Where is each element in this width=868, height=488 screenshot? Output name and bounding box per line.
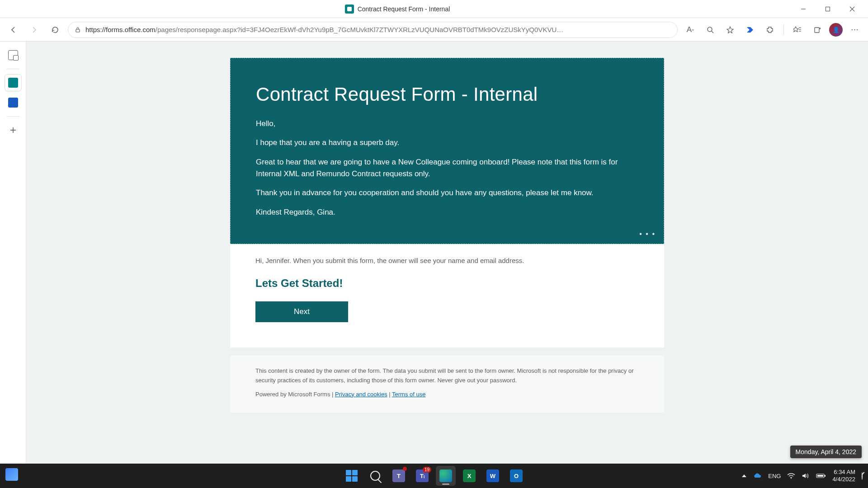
form-footer: This content is created by the owner of … [230,356,664,413]
clock[interactable]: 6:34 AM 4/4/2022 [832,469,855,483]
language-indicator[interactable]: ENG [768,473,781,479]
url-text: https://forms.office.com/pages/responsep… [85,26,563,33]
more-menu-button[interactable]: ⋯ [846,22,863,38]
power-automate-icon[interactable] [742,22,758,38]
toolbar-divider [783,24,784,35]
window-controls [791,0,864,18]
teams-app-button[interactable]: Tᵢ 19 [412,466,432,486]
word-button[interactable]: W [483,466,503,486]
form-title: Contract Request Form - Internal [256,84,638,105]
terms-link[interactable]: Terms of use [392,391,425,398]
form-signoff: Kindest Regards, Gina. [256,206,638,218]
focus-assist-icon[interactable] [862,473,863,479]
forms-icon [8,78,18,88]
tab-word[interactable] [5,94,21,111]
refresh-button[interactable] [47,22,63,38]
taskbar: T Tᵢ 19 X W O ENG 6:34 AM 4/4/2022 [0,464,868,488]
zoom-icon[interactable] [702,22,718,38]
edge-button[interactable] [436,466,456,486]
onedrive-icon[interactable] [753,473,762,479]
form-intro-line2: Great to hear that we are going to have … [256,156,638,180]
section-heading: Lets Get Started! [255,277,639,290]
svg-rect-10 [815,28,819,33]
collections-icon[interactable] [809,22,826,38]
start-button[interactable] [342,466,362,486]
excel-icon: X [463,469,476,482]
forms-logo-icon [345,5,354,14]
window-title: Contract Request Form - Internal [358,5,450,13]
clock-date: 4/4/2022 [832,476,855,483]
svg-line-6 [712,31,713,33]
tab-actions-button[interactable] [5,47,21,63]
outlook-button[interactable]: O [506,466,526,486]
word-icon: W [486,469,499,482]
outlook-icon: O [510,469,523,482]
system-tray: ENG 6:34 AM 4/4/2022 [742,469,863,483]
footer-sep: | [387,391,392,398]
maximize-button[interactable] [816,0,840,18]
teams-badge: 19 [423,467,431,473]
form-container: Contract Request Form - Internal Hello, … [230,58,664,464]
sidebar-divider [7,116,19,117]
powered-by-label: Powered by Microsoft Forms [255,391,330,398]
favorites-list-icon[interactable] [789,22,806,38]
address-bar[interactable]: https://forms.office.com/pages/responsep… [68,22,678,38]
form-header: Contract Request Form - Internal Hello, … [230,58,664,244]
footer-disclaimer: This content is created by the owner of … [255,366,639,385]
form-more-button[interactable]: • • • [639,230,656,238]
wifi-icon[interactable] [787,473,795,479]
submit-notice: Hi, Jennifer. When you submit this form,… [255,257,639,264]
minimize-button[interactable] [791,0,816,18]
title-center: Contract Request Form - Internal [4,5,791,14]
widgets-button[interactable] [5,468,18,481]
privacy-link[interactable]: Privacy and cookies [335,391,387,398]
form-greeting: Hello, [256,118,638,130]
url-path: /pages/responsepage.aspx?id=3FJ4OezrEkWf… [156,26,563,33]
word-icon [8,98,18,108]
lock-icon [75,27,81,33]
form-intro-line3: Thank you in advance for you cooperation… [256,187,638,199]
battery-icon[interactable] [816,473,826,479]
new-tab-button[interactable] [5,122,21,138]
next-button[interactable]: Next [255,301,348,322]
sidebar-divider [7,69,19,69]
tab-forms[interactable] [5,75,21,91]
toolbar-right: A» 👤 ⋯ [682,22,863,38]
close-button[interactable] [840,0,864,18]
footer-links-row: Powered by Microsoft Forms | Privacy and… [255,390,639,399]
form-intro-line1: I hope that you are a having a superb da… [256,137,638,149]
footer-sep: | [330,391,335,398]
svg-point-5 [708,27,712,32]
taskbar-center: T Tᵢ 19 X W O [342,466,526,486]
clock-time: 6:34 AM [832,469,855,476]
notification-dot-icon [403,467,407,471]
vertical-tabs-sidebar [0,42,26,464]
search-icon [370,471,380,481]
svg-rect-18 [817,475,823,477]
tray-overflow-button[interactable] [742,474,746,477]
svg-point-15 [791,478,792,479]
date-tooltip: Monday, April 4, 2022 [790,446,862,458]
form-body: Hi, Jennifer. When you submit this form,… [230,244,664,347]
favorite-star-icon[interactable] [722,22,738,38]
svg-rect-1 [826,7,830,11]
browser-toolbar: https://forms.office.com/pages/responsep… [0,18,868,42]
forward-button[interactable] [26,22,42,38]
teams-icon: T [392,469,405,482]
svg-rect-4 [76,29,80,32]
edge-icon [439,469,452,482]
profile-avatar[interactable]: 👤 [829,23,843,37]
url-host: forms.office.com [106,26,156,33]
window-titlebar: Contract Request Form - Internal [0,0,868,18]
windows-logo-icon [346,470,358,482]
excel-button[interactable]: X [459,466,479,486]
teams-chat-button[interactable]: T [389,466,409,486]
read-aloud-icon[interactable]: A» [682,22,698,38]
svg-rect-17 [825,475,826,477]
page-content: Contract Request Form - Internal Hello, … [26,42,868,464]
extensions-icon[interactable] [762,22,778,38]
volume-icon[interactable] [802,473,810,479]
search-button[interactable] [365,466,385,486]
back-button[interactable] [5,22,22,38]
